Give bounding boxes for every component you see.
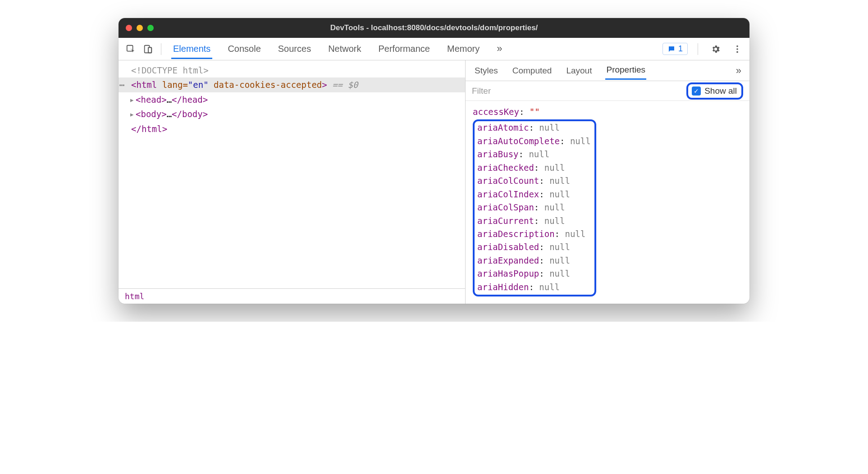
dom-node-html[interactable]: <html lang="en" data-cookies-accepted> =… [119,77,465,92]
show-all-checkbox[interactable]: ✓ [692,87,701,96]
tab-sources[interactable]: Sources [276,39,313,59]
svg-point-4 [736,45,738,47]
property-row[interactable]: ariaAtomic: null [477,121,591,134]
filter-row: ✓ Show all [466,81,749,101]
property-row[interactable]: ariaAutoComplete: null [477,135,591,148]
close-window-button[interactable] [126,25,132,31]
dom-node-doctype[interactable]: <!DOCTYPE html> [119,63,465,77]
side-tab-properties[interactable]: Properties [605,61,646,80]
more-tabs-icon[interactable]: » [495,39,504,59]
property-row[interactable]: accessKey: "" [473,105,749,118]
titlebar: DevTools - localhost:8080/docs/devtools/… [119,18,749,38]
dom-tree[interactable]: <!DOCTYPE html> <html lang="en" data-coo… [119,60,465,288]
expand-arrow-icon[interactable]: ▸ [129,93,136,106]
property-row[interactable]: ariaBusy: null [477,148,591,161]
maximize-window-button[interactable] [147,25,154,31]
breadcrumb-item[interactable]: html [125,292,144,301]
issues-button[interactable]: 1 [662,43,688,55]
svg-point-5 [736,48,738,50]
breadcrumb[interactable]: html [119,288,465,304]
dom-node-head[interactable]: ▸<head>…</head> [119,92,465,107]
properties-list[interactable]: accessKey: "" ariaAtomic: nullariaAutoCo… [466,101,749,304]
expand-arrow-icon[interactable]: ▸ [129,107,136,121]
device-toggle-icon[interactable] [140,41,155,57]
elements-pane: <!DOCTYPE html> <html lang="en" data-coo… [119,60,466,304]
property-row[interactable]: ariaHidden: null [477,281,591,294]
window-controls [126,25,154,31]
properties-highlight-box: ariaAtomic: nullariaAutoComplete: nullar… [473,119,596,296]
content-area: <!DOCTYPE html> <html lang="en" data-coo… [119,60,749,304]
toolbar-divider [161,43,161,55]
tab-performance[interactable]: Performance [377,39,432,59]
property-row[interactable]: ariaColCount: null [477,174,591,187]
svg-point-6 [736,51,738,53]
tab-elements[interactable]: Elements [171,39,212,59]
property-row[interactable]: ariaColIndex: null [477,188,591,201]
property-row[interactable]: ariaCurrent: null [477,214,591,228]
more-side-tabs-icon[interactable]: » [736,65,741,77]
dom-node-body[interactable]: ▸<body>…</body> [119,107,465,121]
tab-console[interactable]: Console [226,39,262,59]
inspect-element-icon[interactable] [123,41,138,57]
sidebar-pane: Styles Computed Layout Properties » ✓ Sh… [466,60,749,304]
side-tab-layout[interactable]: Layout [565,62,593,79]
tab-network[interactable]: Network [326,39,363,59]
property-row[interactable]: ariaChecked: null [477,161,591,174]
show-all-toggle[interactable]: ✓ Show all [686,82,743,100]
devtools-window: DevTools - localhost:8080/docs/devtools/… [119,18,749,304]
kebab-menu-icon[interactable] [730,41,745,57]
issues-icon [667,45,676,53]
property-row[interactable]: ariaExpanded: null [477,254,591,267]
toolbar-right: 1 [662,41,745,57]
minimize-window-button[interactable] [137,25,143,31]
main-tabs: Elements Console Sources Network Perform… [167,39,661,59]
issues-count: 1 [678,44,683,54]
property-row[interactable]: ariaHasPopup: null [477,267,591,280]
side-tab-computed[interactable]: Computed [512,62,553,79]
svg-rect-2 [148,47,151,53]
window-title: DevTools - localhost:8080/docs/devtools/… [330,23,538,32]
side-tab-styles[interactable]: Styles [474,62,499,79]
toolbar-divider [698,43,698,55]
dom-node-html-close[interactable]: </html> [119,122,465,136]
property-row[interactable]: ariaDisabled: null [477,241,591,254]
property-row[interactable]: ariaDescription: null [477,228,591,241]
sidebar-tabs: Styles Computed Layout Properties » [466,60,749,81]
settings-icon[interactable] [708,41,723,57]
main-toolbar: Elements Console Sources Network Perform… [119,38,749,60]
show-all-label: Show all [704,86,737,96]
filter-input[interactable] [472,86,682,96]
tab-memory[interactable]: Memory [445,39,481,59]
property-row[interactable]: ariaColSpan: null [477,201,591,214]
